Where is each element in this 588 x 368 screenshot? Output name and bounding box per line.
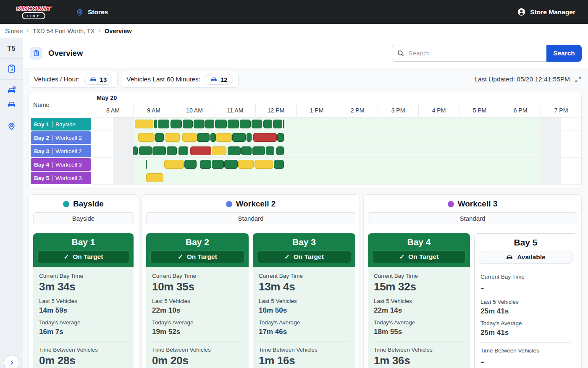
breadcrumb: Stores › TXD 54 Fort Worth, TX › Overvie… [0,24,588,38]
gantt-time-tick: 4 PM [418,103,459,117]
gantt-bar-green[interactable] [228,146,241,155]
time-between-vehicles-label: Time Between Vehicles [259,347,349,353]
gantt-bar-green[interactable] [171,120,182,128]
gantt-bar-green[interactable] [154,120,157,128]
time-between-vehicles-label: Time Between Vehicles [39,347,128,353]
gantt-bar-yellow[interactable] [238,160,254,169]
gantt-bar-green[interactable] [228,120,239,128]
gantt-time-axis: 8 AM9 AM10 AM11 AM12 PM1 PM2 PM3 PM4 PM5… [93,103,581,117]
gantt-bar-green[interactable] [277,133,284,142]
check-icon: ✓ [178,253,183,261]
gantt-bar-green[interactable] [205,120,214,128]
sidebar-divider [0,79,23,80]
gantt-bar-green[interactable] [224,160,238,169]
gantt-bar-yellow[interactable] [165,133,180,142]
workcell-header: Workcell 2 [142,195,360,209]
last-5-vehicles-label: Last 5 Vehicles [480,299,571,305]
gantt-bar-yellow[interactable] [135,120,154,128]
bay-card-header: Bay 4✓On Target [368,233,470,267]
gantt-bar-green[interactable] [155,133,163,142]
gantt-bar-green[interactable] [252,120,262,128]
gantt-bar-green[interactable] [210,133,216,142]
bay-status-badge[interactable]: Available [479,251,572,264]
bay-status-badge[interactable]: ✓On Target [372,251,466,263]
gantt-bar-green[interactable] [167,146,176,155]
gantt-bar-green[interactable] [194,120,204,128]
bay-card-body: Current Bay Time13m 4sLast 5 Vehicles16m… [253,267,355,368]
gantt-bar-yellow[interactable] [255,160,273,169]
gantt-bar-green[interactable] [276,146,284,155]
gantt-bar-green[interactable] [133,146,138,155]
todays-average-value: 17m 46s [259,328,349,336]
nav-item-stores[interactable]: Stores [76,8,108,16]
current-bay-time-value: 13m 4s [259,280,349,293]
bay-status-badge[interactable]: ✓On Target [37,251,129,263]
gantt-bar-green[interactable] [241,146,252,155]
gantt-bar-green[interactable] [252,146,265,155]
gantt-bar-green[interactable] [152,146,166,155]
sidebar-item-add-vehicle[interactable] [7,86,16,95]
gantt-bar-yellow[interactable] [216,133,232,142]
todays-average-label: Today's Average [480,320,571,326]
current-bay-time-label: Current Bay Time [152,273,243,279]
gantt-bar-green[interactable] [215,120,227,128]
gantt-bar-green[interactable] [183,120,193,128]
gantt-bar-green[interactable] [158,120,169,128]
location-pin-icon [76,8,84,16]
bay-status-badge[interactable]: ✓On Target [257,251,351,263]
gantt-time-tick: 8 AM [93,103,133,117]
gantt-bar-green[interactable] [247,133,252,142]
discount-tire-logo[interactable]: DISCOUNT TIRE [12,5,55,19]
breadcrumb-current: Overview [105,28,132,34]
bay-stats-divider [259,342,349,342]
gantt-bar-green[interactable] [178,146,188,155]
breadcrumb-stores[interactable]: Stores [5,28,23,34]
sidebar-expand-button[interactable] [4,355,19,368]
sidebar-item-overview[interactable] [7,64,16,73]
gantt-bar-green[interactable] [232,133,246,142]
fullscreen-icon[interactable] [575,76,582,83]
gantt-bar-green[interactable] [184,160,197,169]
user-menu[interactable]: Store Manager [517,8,575,16]
gantt-bar-green[interactable] [139,146,152,155]
gantt-bar-green[interactable] [146,160,147,169]
current-bay-time-label: Current Bay Time [374,273,464,279]
sidebar-item-vehicles[interactable] [7,99,16,109]
workcell-color-dot [63,201,69,207]
gantt-bar-green[interactable] [212,160,224,169]
gantt-bar-yellow[interactable] [138,133,155,142]
gantt-bar-red[interactable] [190,146,211,155]
gantt-bar-red[interactable] [253,133,277,142]
gantt-bar-green[interactable] [240,120,251,128]
main-area: Overview Search Vehicles / Hour: [23,38,588,368]
gantt-bar-green[interactable] [283,120,285,128]
vehicle-icon [7,99,16,109]
gantt-timeline: May 20 8 AM9 AM10 AM11 AM12 PM1 PM2 PM3 … [93,92,581,185]
gantt-bar-green[interactable] [263,120,272,128]
time-between-vehicles-value: 0m 28s [39,354,128,367]
gantt-bar-yellow[interactable] [182,133,197,142]
gantt-row [93,144,581,158]
sidebar-item-locations[interactable] [7,121,16,131]
gantt-bar-green[interactable] [273,120,282,128]
page-header: Overview Search [23,38,588,68]
gantt-bar-green[interactable] [200,160,211,169]
search-button[interactable]: Search [546,45,582,62]
search-input[interactable] [392,45,546,61]
bay-status-badge[interactable]: ✓On Target [150,251,244,263]
gantt-bar-green[interactable] [274,160,284,169]
todays-average-value: 16m 7s [39,328,128,336]
gantt-bar-yellow[interactable] [212,146,226,155]
gantt-date-label: May 20 [93,92,581,103]
bay-row-name: Bay 4 [34,162,49,168]
nav-stores-label: Stores [88,8,108,16]
gantt-bar-green[interactable] [266,146,274,155]
chip-divider [52,135,52,141]
gantt-time-tick: 7 PM [541,103,581,117]
chip-divider [52,175,52,181]
breadcrumb-store[interactable]: TXD 54 Fort Worth, TX [33,28,95,34]
gantt-bar-yellow[interactable] [164,160,184,169]
search-bar: Search [392,45,582,62]
gantt-bar-green[interactable] [197,133,210,142]
gantt-bar-yellow[interactable] [146,173,163,182]
